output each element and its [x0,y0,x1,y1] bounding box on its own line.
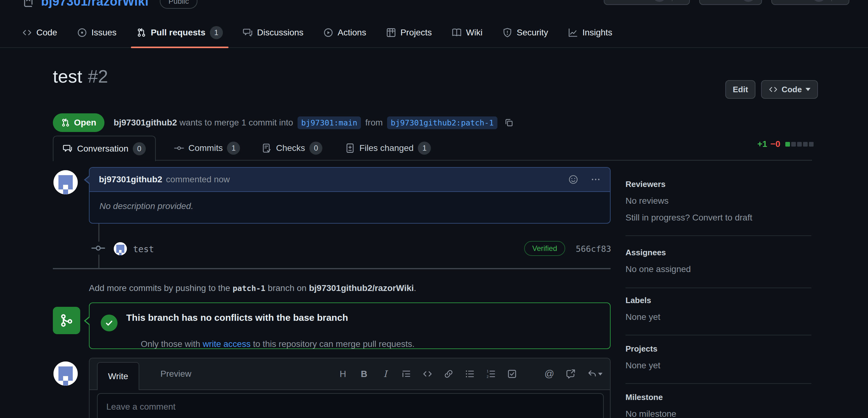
code-dropdown-button[interactable]: Code [761,80,818,99]
sidebar-value: No milestone [625,409,812,418]
issue-opened-icon [77,28,87,38]
list-unordered-icon[interactable] [464,369,475,379]
cross-reference-icon[interactable] [565,369,576,379]
git-commit-icon [174,143,184,153]
sidebar-heading: Projects [625,344,812,354]
nav-label: Discussions [257,28,303,38]
list-ordered-icon[interactable]: 12 [486,369,496,379]
tab-commits[interactable]: Commits 1 [174,136,240,161]
merge-box-caret [86,317,90,325]
sidebar-section-projects: Projects None yet [625,344,812,371]
push-note: Add more commits by pushing to the patch… [89,283,416,293]
avatar[interactable] [54,170,78,195]
comment-discussion-icon [243,28,253,38]
nav-tab-issues[interactable]: Issues [73,18,121,47]
pr-state-badge: Open [53,113,104,132]
pr-title-text: test [53,66,82,86]
fork-button[interactable]: Fork 1 [699,0,762,5]
tab-label: Checks [276,143,305,153]
sidebar-value: No one assigned [625,264,812,274]
repo-actions: Watch 1 Fork 1 [604,0,849,5]
comment-discussion-icon [63,144,73,154]
sidebar-heading: Labels [625,295,812,305]
sidebar-value: No reviews [625,196,812,206]
sidebar-divider [625,383,811,384]
diffstat: +1 −0 [757,139,814,149]
additions: +1 [757,139,767,149]
verified-badge[interactable]: Verified [524,241,565,256]
tab-write[interactable]: Write [97,362,139,390]
avatar[interactable] [114,242,127,255]
watch-button[interactable]: Watch 1 [604,0,690,5]
nav-label: Pull requests [151,28,206,38]
nav-tab-actions[interactable]: Actions [319,18,371,47]
tab-checks[interactable]: Checks 0 [262,136,322,161]
nav-label: Issues [91,28,117,38]
tab-preview[interactable]: Preview [150,358,202,389]
merge-status-box: This branch has no conflicts with the ba… [89,303,611,349]
repo-name-link[interactable]: bj97301/razorWiki [41,0,149,8]
nav-tab-discussions[interactable]: Discussions [239,18,308,47]
base-branch-ref: bj97301:main [298,116,361,129]
comment-input[interactable] [97,393,604,418]
link-icon[interactable] [443,369,454,379]
heading-icon[interactable]: H [338,369,348,379]
bold-icon[interactable]: B [359,369,369,379]
graph-icon [568,28,578,38]
markdown-toolbar: H B I 12 [338,358,603,389]
nav-tab-wiki[interactable]: Wiki [447,18,487,47]
convert-to-draft-link[interactable]: Still in progress? Convert to draft [625,213,812,223]
repo-icon [22,0,34,7]
nav-tab-pull-requests[interactable]: Pull requests 1 [132,18,227,47]
nav-tab-insights[interactable]: Insights [564,18,617,47]
comment-caret [86,176,90,184]
star-count: 0 [812,0,826,2]
pr-header-actions: Edit Code [725,80,818,99]
commits-count: 1 [227,142,240,155]
git-pull-request-icon [61,118,70,127]
nav-tab-code[interactable]: Code [18,18,62,47]
nav-label: Wiki [466,28,483,38]
tasklist-icon[interactable] [507,369,517,379]
reply-icon[interactable] [586,369,603,379]
kebab-menu-icon[interactable] [591,175,601,184]
tab-conversation[interactable]: Conversation 0 [53,136,156,161]
tab-files-changed[interactable]: Files changed 1 [345,136,431,161]
conversation-count: 0 [133,142,146,155]
commit-sha-link[interactable]: 566cf83 [576,244,611,254]
sidebar-section-labels: Labels None yet [625,295,812,322]
commit-message-link[interactable]: test [133,244,154,254]
meta-text: wants to merge 1 commit into [177,118,296,128]
avatar[interactable] [54,361,78,386]
write-access-link[interactable]: write access [203,339,251,349]
smiley-icon[interactable] [568,175,578,184]
mention-icon[interactable]: @ [544,369,555,379]
git-commit-icon [91,242,106,255]
nav-tab-security[interactable]: Security [498,18,553,47]
sidebar-heading: Milestone [625,392,812,402]
push-note-text: branch on [266,283,309,293]
caret-down-icon [806,88,810,91]
pr-description-comment: bj97301github2 commented now No descript… [89,167,611,223]
comment-header-icons [568,175,601,184]
sidebar-heading: Reviewers [625,179,812,189]
sidebar-heading: Assignees [625,248,812,257]
quote-icon[interactable] [401,369,412,379]
pr-author[interactable]: bj97301github2 [114,118,177,128]
sidebar-divider [625,287,811,288]
divider [831,0,832,1]
comment-author[interactable]: bj97301github2 [99,175,162,184]
edit-button[interactable]: Edit [725,80,755,99]
checks-count: 0 [309,142,322,155]
copy-icon[interactable] [504,98,524,147]
nav-label: Projects [400,28,432,38]
comment-form: Write Preview H B I 12 [89,358,611,418]
nav-tab-projects[interactable]: Projects [382,18,436,47]
breadcrumb: bj97301/razorWiki Public [0,0,197,9]
check-circle-icon [101,315,118,332]
repo-topbar: bj97301/razorWiki Public Watch 1 [0,0,868,13]
code-icon[interactable] [422,369,433,379]
star-button[interactable]: Star 0 [771,0,849,5]
visibility-badge: Public [160,0,197,9]
italic-icon[interactable]: I [380,369,391,379]
